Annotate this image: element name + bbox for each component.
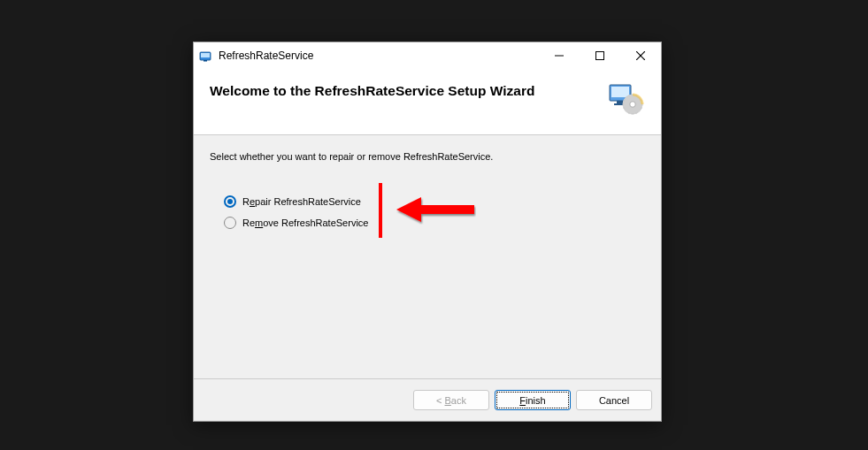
annotation-highlight-bar — [379, 183, 382, 238]
maximize-icon — [595, 51, 604, 60]
titlebar: RefreshRateService — [194, 42, 661, 69]
cancel-button[interactable]: Cancel — [576, 390, 652, 410]
radio-remove[interactable]: Remove RefreshRateService — [224, 217, 645, 229]
svg-rect-1 — [201, 53, 210, 57]
wizard-footer: < Back Finish Cancel — [194, 378, 661, 421]
minimize-icon — [555, 51, 564, 60]
radio-repair[interactable]: Repair RefreshRateService — [224, 195, 645, 208]
svg-rect-2 — [204, 60, 207, 62]
close-icon — [636, 51, 645, 60]
radio-icon — [224, 195, 236, 208]
wizard-content: Select whether you want to repair or rem… — [194, 135, 661, 378]
page-title: Welcome to the RefreshRateService Setup … — [210, 80, 534, 99]
installer-graphic-icon — [606, 80, 645, 118]
radio-repair-label: Repair RefreshRateService — [242, 196, 361, 207]
window-title: RefreshRateService — [219, 50, 539, 62]
finish-button[interactable]: Finish — [495, 390, 571, 410]
close-button[interactable] — [620, 42, 661, 69]
minimize-button[interactable] — [539, 42, 580, 69]
radio-icon — [224, 217, 236, 229]
action-radio-group: Repair RefreshRateService Remove Refresh… — [224, 195, 645, 229]
maximize-button[interactable] — [580, 42, 620, 69]
radio-remove-label: Remove RefreshRateService — [242, 217, 368, 228]
svg-rect-8 — [611, 87, 629, 97]
wizard-header: Welcome to the RefreshRateService Setup … — [194, 69, 661, 135]
window-controls — [539, 42, 661, 69]
back-button: < Back — [413, 390, 489, 410]
svg-point-13 — [630, 102, 635, 107]
installer-window: RefreshRateService Welcome to the Refres… — [193, 42, 662, 422]
svg-rect-4 — [596, 52, 604, 60]
instruction-text: Select whether you want to repair or rem… — [210, 151, 645, 162]
app-icon — [199, 49, 213, 63]
